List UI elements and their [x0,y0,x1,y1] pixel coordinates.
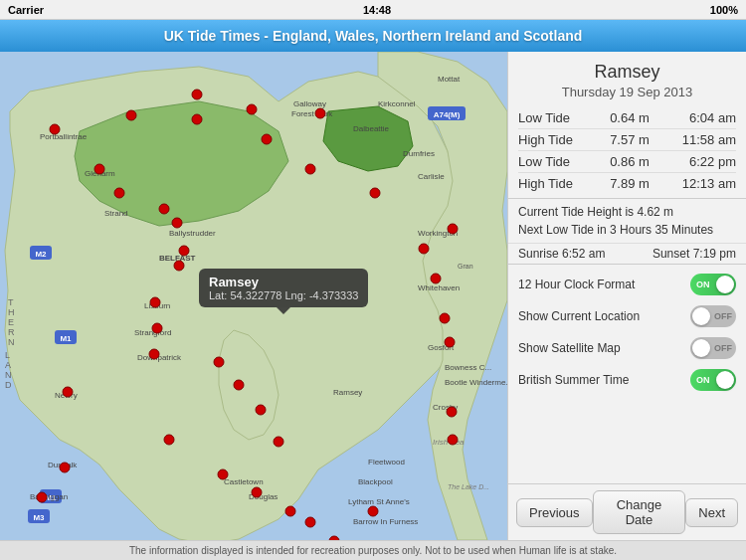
toggle-knob [716,371,734,389]
svg-text:M2: M2 [35,250,47,259]
map-area[interactable]: M2 M1 M1 M3 A74(M) Portballintrae Glenar… [0,52,507,540]
svg-point-94 [192,90,202,99]
svg-point-72 [234,380,244,390]
setting-label: Show Current Location [518,309,640,323]
tide-table: Low Tide 0.64 m 6:04 am High Tide 7.57 m… [508,103,746,198]
svg-point-92 [192,114,202,124]
svg-point-63 [150,297,160,307]
svg-point-93 [126,110,136,120]
settings-section: 12 Hour Clock Format ON Show Current Loc… [508,264,746,400]
svg-point-91 [247,104,257,114]
location-name: Ramsey [518,62,736,83]
status-bar: Carrier 14:48 100% [0,0,746,20]
toggle-show-current-location[interactable]: OFF [690,305,736,327]
svg-text:Whitehaven: Whitehaven [418,283,460,292]
tide-label: High Tide [518,132,583,147]
tide-height: 0.86 m [605,154,654,169]
svg-point-83 [419,244,429,254]
tide-info: Current Tide Height is 4.62 m Next Low T… [508,198,746,243]
svg-point-57 [94,164,104,174]
svg-text:A74(M): A74(M) [434,110,461,119]
svg-text:M3: M3 [33,513,45,522]
toggle-12-hour-clock-format[interactable]: ON [690,274,736,295]
tide-height: 0.64 m [605,110,654,125]
tide-time: 11:58 am [676,132,736,147]
tide-row: Low Tide 0.86 m 6:22 pm [518,151,736,173]
svg-text:Barrow In Furness: Barrow In Furness [353,517,418,526]
svg-point-74 [274,437,283,447]
tide-row: High Tide 7.89 m 12:13 am [518,173,736,194]
svg-text:Portballintrae: Portballintrae [40,132,88,141]
toggle-british-summer-time[interactable]: ON [690,369,736,391]
sunset-label: Sunset 7:19 pm [653,247,736,261]
tide-time: 6:04 am [676,110,736,125]
svg-text:Lytham St Anne's: Lytham St Anne's [348,497,410,506]
svg-text:N: N [8,337,15,347]
svg-point-95 [448,224,458,234]
svg-text:H: H [8,307,15,317]
tide-row: Low Tide 0.64 m 6:04 am [518,107,736,129]
svg-text:The Lake D...: The Lake D... [448,483,489,490]
svg-point-75 [218,469,228,479]
previous-button[interactable]: Previous [516,498,593,527]
svg-text:Carlisle: Carlisle [418,172,445,181]
svg-point-56 [50,124,60,134]
svg-point-90 [315,108,325,118]
svg-text:Forest Park: Forest Park [291,109,333,118]
svg-text:Bowness C...: Bowness C... [445,363,491,372]
svg-point-73 [256,405,266,415]
svg-point-70 [164,435,174,445]
svg-text:Strand: Strand [104,209,128,218]
svg-text:Dumfries: Dumfries [403,149,435,158]
svg-text:E: E [8,317,14,327]
tide-time: 6:22 pm [676,154,736,169]
svg-text:T: T [8,297,14,307]
tide-label: Low Tide [518,154,583,169]
footer-text: The information displayed is intended fo… [129,545,617,556]
svg-point-97 [448,435,458,445]
setting-row: 12 Hour Clock Format ON [508,269,746,300]
svg-text:L: L [5,350,10,360]
svg-text:Balbriggan: Balbriggan [30,492,68,501]
svg-point-84 [431,274,441,283]
svg-point-68 [37,492,47,502]
toggle-knob [692,307,710,325]
right-panel: Ramsey Thursday 19 Sep 2013 Low Tide 0.6… [507,52,746,540]
svg-point-67 [60,463,70,472]
svg-point-60 [172,218,182,228]
svg-point-58 [114,188,124,198]
setting-label: British Summer Time [518,373,629,387]
current-height: Current Tide Height is 4.62 m [518,203,736,221]
change-date-button[interactable]: Change Date [593,490,686,534]
svg-point-65 [149,349,159,359]
svg-text:Bootle Winderme...: Bootle Winderme... [445,378,507,387]
svg-point-71 [214,357,224,367]
footer: The information displayed is intended fo… [0,540,746,560]
svg-text:R: R [8,327,15,337]
svg-text:Galloway: Galloway [293,99,326,108]
toggle-knob [716,276,734,293]
svg-text:Fleetwood: Fleetwood [368,458,405,467]
svg-point-59 [159,204,169,214]
location-header: Ramsey Thursday 19 Sep 2013 [508,52,746,103]
svg-point-61 [179,246,189,256]
tide-row: High Tide 7.57 m 11:58 am [518,129,736,151]
next-button[interactable]: Next [685,498,738,527]
map-svg: M2 M1 M1 M3 A74(M) Portballintrae Glenar… [0,52,507,540]
svg-point-88 [305,164,315,174]
svg-point-89 [262,134,272,144]
svg-point-64 [152,323,162,333]
sun-info: Sunrise 6:52 am Sunset 7:19 pm [508,243,746,264]
app-title: UK Tide Times - England, Wales, Northern… [164,28,583,44]
svg-text:Kirkconnel: Kirkconnel [378,99,416,108]
svg-point-78 [305,517,315,527]
location-date: Thursday 19 Sep 2013 [518,85,736,99]
toggle-show-satellite-map[interactable]: OFF [690,337,736,359]
svg-text:Dalbeattie: Dalbeattie [353,124,390,133]
tide-time: 12:13 am [676,176,736,191]
carrier-label: Carrier [8,4,44,16]
svg-point-82 [368,506,378,516]
next-low: Next Low Tide in 3 Hours 35 Minutes [518,221,736,239]
svg-text:Gran: Gran [458,263,473,270]
bottom-buttons: Previous Change Date Next [508,483,746,540]
